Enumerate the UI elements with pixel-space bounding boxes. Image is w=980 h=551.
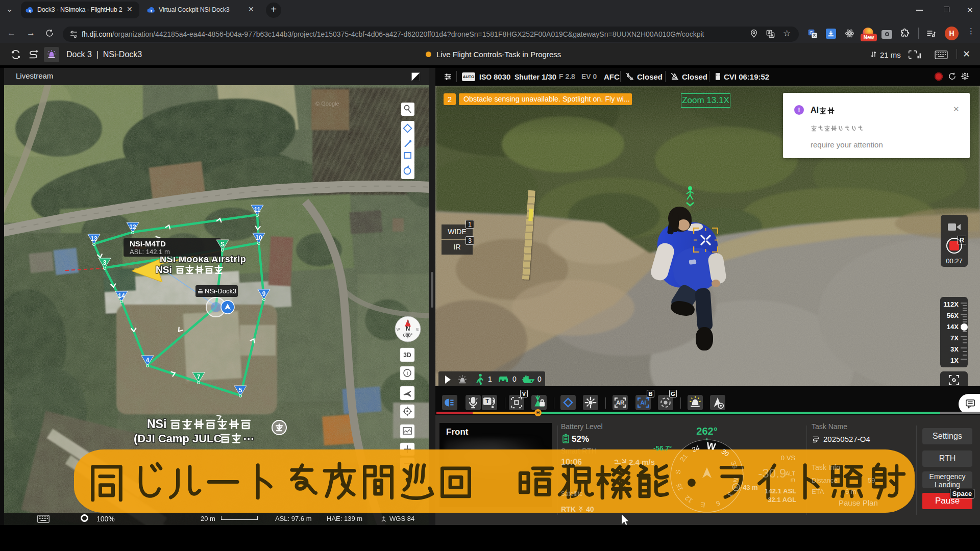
svg-text:13: 13	[90, 235, 97, 242]
svg-text:W: W	[397, 328, 400, 331]
svg-text:NSi: NSi	[156, 264, 172, 275]
svg-text:9: 9	[262, 290, 266, 297]
svg-text:10: 10	[255, 234, 262, 241]
svg-text:11: 11	[254, 206, 261, 213]
svg-text:000°: 000°	[403, 333, 413, 338]
svg-text:5: 5	[239, 387, 242, 394]
svg-text:AR: AR	[616, 399, 624, 406]
svg-text:(DJI Camp JULC: (DJI Camp JULC	[134, 432, 222, 445]
svg-text:AI: AI	[640, 399, 646, 406]
svg-text:N: N	[406, 320, 409, 323]
svg-text:12: 12	[129, 223, 136, 231]
svg-text:3D: 3D	[403, 352, 411, 359]
svg-text:3: 3	[103, 259, 107, 266]
svg-text:14: 14	[118, 292, 125, 299]
svg-text:NSi-M4TD: NSi-M4TD	[130, 239, 166, 248]
svg-text:E: E	[416, 328, 419, 331]
svg-text:S: S	[220, 241, 225, 248]
svg-text:7: 7	[197, 373, 201, 381]
svg-text:4: 4	[146, 357, 150, 364]
svg-text:i: i	[407, 370, 408, 376]
svg-text:ASL: 142.1 m: ASL: 142.1 m	[130, 248, 170, 256]
svg-text:NSi: NSi	[147, 417, 166, 431]
svg-text:⋯: ⋯	[243, 432, 254, 445]
svg-text:T: T	[485, 398, 489, 404]
svg-text:NSi-Dock3: NSi-Dock3	[205, 287, 236, 295]
svg-text:© Google: © Google	[315, 101, 339, 107]
svg-text:N: N	[406, 325, 410, 332]
